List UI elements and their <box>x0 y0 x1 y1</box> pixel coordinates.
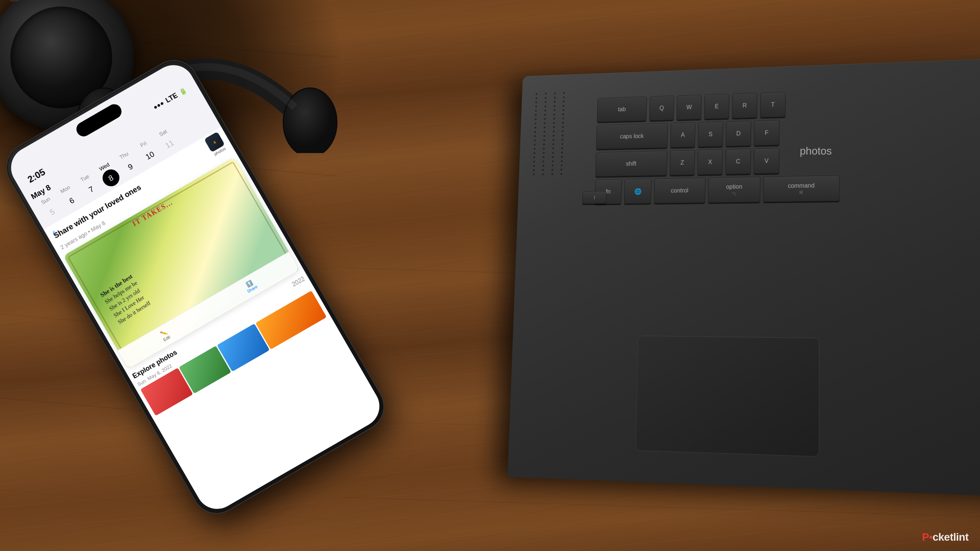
key-x-label: X <box>708 159 712 165</box>
key-control[interactable]: control <box>654 178 706 203</box>
speaker-dot <box>534 152 536 154</box>
key-e[interactable]: E <box>704 94 729 119</box>
key-r[interactable]: R <box>732 93 757 119</box>
speaker-dot <box>562 122 564 124</box>
speaker-dot <box>554 109 555 111</box>
key-q[interactable]: Q <box>649 96 674 121</box>
speaker-dot <box>562 117 564 119</box>
key-v[interactable]: V <box>754 148 779 174</box>
key-q-label: Q <box>660 105 664 111</box>
speaker-dot <box>562 130 564 132</box>
key-up-arrow-label: ↑ <box>593 194 596 201</box>
speaker-dot <box>561 160 563 162</box>
key-v-label: V <box>764 158 769 165</box>
share-button[interactable]: ⬆️ Share <box>243 278 258 294</box>
speaker-dot <box>562 135 564 137</box>
key-t-label: T <box>771 101 775 108</box>
key-capslock[interactable]: caps lock <box>596 123 668 150</box>
key-c[interactable]: C <box>725 149 751 174</box>
key-f[interactable]: F <box>754 120 779 146</box>
speaker-dot <box>534 122 536 124</box>
key-d-label: D <box>736 130 740 137</box>
key-shift-label: shift <box>626 160 637 167</box>
key-up-arrow[interactable]: ↑ <box>582 191 607 204</box>
speaker-dot <box>544 101 546 103</box>
key-globe[interactable]: 🌐 <box>624 179 652 204</box>
speaker-dot <box>554 101 555 103</box>
key-f-label: F <box>765 130 769 137</box>
pocketlint-dot: • <box>929 531 933 543</box>
key-command[interactable]: command ⌘ <box>763 175 840 202</box>
key-globe-label: 🌐 <box>634 188 642 195</box>
key-x[interactable]: X <box>697 149 723 175</box>
key-z[interactable]: Z <box>670 150 695 175</box>
speaker-dot <box>534 131 536 133</box>
speaker-dot <box>533 165 535 167</box>
pocketlint-watermark: P•cketlint <box>922 531 969 543</box>
speaker-dot <box>562 139 564 141</box>
key-command-label: command <box>788 182 815 189</box>
key-shift[interactable]: shift <box>595 151 667 177</box>
key-e-label: E <box>715 103 719 110</box>
speaker-dot <box>534 127 536 129</box>
amazon-photos-badge[interactable]: a photos <box>204 132 228 157</box>
speaker-dot <box>544 114 546 116</box>
trackpad[interactable] <box>635 336 819 457</box>
speaker-dot <box>562 126 564 128</box>
speaker-dot <box>553 126 555 128</box>
speaker-dot <box>535 118 537 120</box>
speaker-dot <box>561 147 563 149</box>
speaker-dot <box>552 148 554 150</box>
speaker-dot <box>535 106 537 108</box>
speaker-dot <box>551 173 553 175</box>
keyboard-area: tab Q W E R T <box>587 78 980 215</box>
speaker-dot <box>553 118 555 120</box>
speaker-dot <box>536 93 537 95</box>
speaker-dot <box>544 118 546 120</box>
key-c-label: C <box>736 158 740 165</box>
key-t[interactable]: T <box>760 92 786 117</box>
speaker-dot <box>535 110 537 112</box>
key-capslock-label: caps lock <box>620 133 644 140</box>
key-option-label: option <box>726 183 743 190</box>
speaker-dot <box>535 101 537 103</box>
speaker-dot <box>552 143 554 145</box>
speaker-dot <box>554 105 555 107</box>
speaker-dot <box>563 96 565 98</box>
speaker-dot <box>553 130 555 132</box>
speaker-dot <box>543 148 545 150</box>
speaker-grille-left: // Speaker dots generated below <box>523 88 573 335</box>
speaker-dot <box>534 144 536 146</box>
speaker-dot <box>552 160 554 162</box>
key-tab[interactable]: tab <box>597 96 647 122</box>
speaker-dot <box>545 97 547 99</box>
speaker-dot <box>534 148 536 150</box>
key-w-label: W <box>686 104 692 111</box>
speaker-dot <box>561 152 563 153</box>
key-r-label: R <box>743 102 747 109</box>
speaker-dot <box>563 109 565 111</box>
key-option-symbol: ⌥ <box>732 191 737 196</box>
speaker-dot <box>543 135 545 137</box>
speaker-dot <box>542 161 544 163</box>
key-s[interactable]: S <box>698 122 723 147</box>
speaker-dot <box>562 113 564 115</box>
speaker-dot <box>552 152 554 154</box>
speaker-dot <box>544 131 546 133</box>
key-option[interactable]: option ⌥ <box>708 177 760 203</box>
speaker-dot <box>554 97 556 99</box>
speaker-dot <box>552 165 554 166</box>
speaker-dot <box>544 105 546 107</box>
speaker-dot <box>553 114 555 116</box>
key-a[interactable]: A <box>670 122 696 148</box>
key-a-label: A <box>681 132 684 138</box>
key-z-label: Z <box>681 160 684 166</box>
keyboard-row-3: shift Z X C V <box>595 144 977 177</box>
speaker-dot <box>552 139 554 141</box>
key-w[interactable]: W <box>676 95 701 120</box>
speaker-dot <box>542 173 544 175</box>
speaker-dot <box>552 156 554 158</box>
edit-button[interactable]: ✏️ Edit <box>159 329 171 342</box>
key-d[interactable]: D <box>726 121 751 147</box>
speaker-dot <box>561 156 563 158</box>
